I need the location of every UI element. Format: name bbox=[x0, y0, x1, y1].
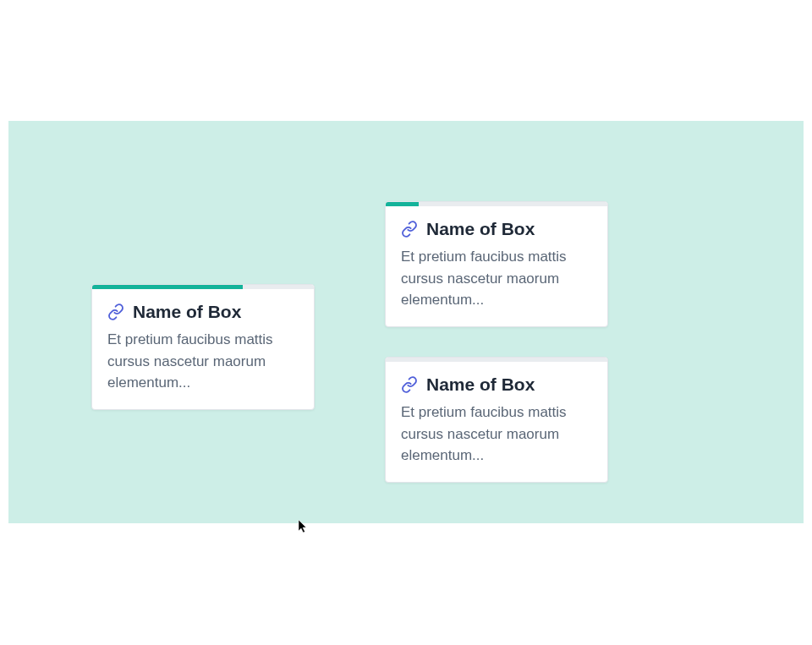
progress-track bbox=[92, 285, 314, 289]
progress-fill bbox=[386, 202, 419, 206]
link-icon bbox=[401, 221, 418, 238]
card-title-row: Name of Box bbox=[107, 301, 299, 322]
card-title: Name of Box bbox=[426, 374, 535, 395]
card-title-row: Name of Box bbox=[401, 218, 592, 239]
card-description: Et pretium faucibus mattis cursus nascet… bbox=[107, 329, 299, 394]
card-body: Name of Box Et pretium faucibus mattis c… bbox=[386, 206, 607, 326]
box-card[interactable]: Name of Box Et pretium faucibus mattis c… bbox=[91, 284, 315, 410]
link-icon bbox=[401, 376, 418, 393]
box-card[interactable]: Name of Box Et pretium faucibus mattis c… bbox=[385, 201, 608, 327]
card-body: Name of Box Et pretium faucibus mattis c… bbox=[92, 289, 314, 409]
card-description: Et pretium faucibus mattis cursus nascet… bbox=[401, 402, 592, 467]
progress-fill bbox=[92, 285, 243, 289]
link-icon bbox=[107, 303, 124, 320]
card-body: Name of Box Et pretium faucibus mattis c… bbox=[386, 362, 607, 482]
progress-track bbox=[386, 358, 607, 362]
card-title: Name of Box bbox=[133, 301, 241, 322]
card-title: Name of Box bbox=[426, 218, 535, 239]
card-description: Et pretium faucibus mattis cursus nascet… bbox=[401, 246, 592, 311]
progress-track bbox=[386, 202, 607, 206]
box-card[interactable]: Name of Box Et pretium faucibus mattis c… bbox=[385, 357, 608, 483]
card-title-row: Name of Box bbox=[401, 374, 592, 395]
